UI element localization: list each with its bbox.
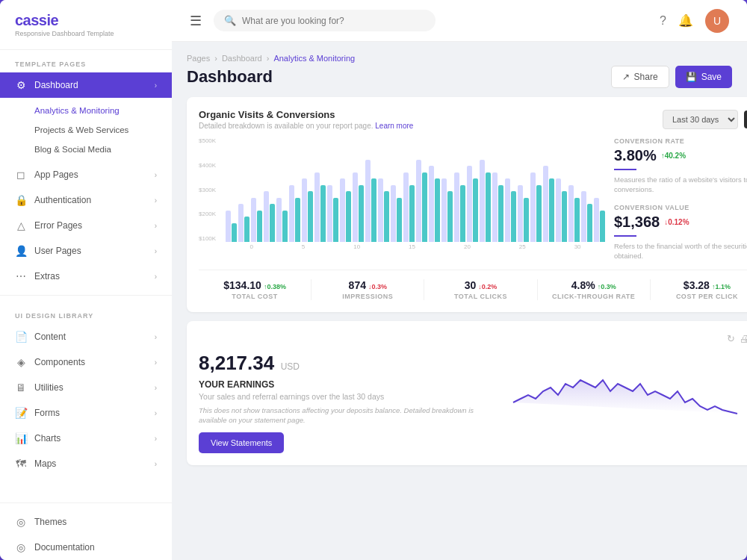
sidebar-item-forms[interactable]: 📝 Forms ›: [0, 400, 172, 426]
page-header-section: Pages › Dashboard › Analytics & Monitori…: [187, 54, 732, 88]
bar-fg: [371, 178, 376, 242]
bar-bg: [226, 211, 231, 242]
search-icon: 🔍: [224, 15, 236, 26]
sidebar-item-maps[interactable]: 🗺 Maps ›: [0, 451, 172, 476]
bar-fg: [308, 191, 313, 242]
breadcrumb-analytics[interactable]: Analytics & Monitoring: [273, 54, 355, 63]
view-statements-button[interactable]: View Statements: [199, 432, 284, 453]
sidebar-item-label: Content: [34, 332, 66, 342]
dashboard-grid: Organic Visits & Conversions Detailed br…: [187, 97, 732, 501]
error-icon: △: [15, 220, 27, 231]
bar-bg: [238, 204, 244, 242]
bar-bg: [416, 160, 421, 242]
sidebar-item-label: Authentication: [34, 195, 91, 205]
breadcrumb: Pages › Dashboard › Analytics & Monitori…: [187, 54, 732, 63]
sidebar-divider-2: [0, 503, 172, 503]
bar-bg: [302, 178, 307, 242]
stat-value: 874↓0.3%: [317, 279, 418, 291]
date-selector: Last 30 days Last 7 days Last 90 days ⬇: [663, 110, 747, 129]
earnings-svg: [487, 358, 747, 417]
bar-bg: [467, 166, 472, 242]
bar-bg: [480, 160, 485, 242]
sidebar-item-user-pages[interactable]: 👤 User Pages ›: [0, 238, 172, 264]
dashboard-icon: ⚙: [15, 79, 27, 91]
sidebar-item-app-pages[interactable]: ◻ App Pages ›: [0, 162, 172, 187]
chevron-icon: ›: [155, 196, 157, 205]
sidebar: cassie Responsive Dashboard Template TEM…: [0, 0, 172, 560]
earnings-card-header: ↻ 🖨 ⋯: [199, 333, 747, 344]
search-input[interactable]: [242, 16, 425, 26]
bar-group: [264, 191, 275, 242]
sidebar-item-themes[interactable]: ◎ Themes: [0, 509, 172, 535]
conversion-value-desc: Refers to the financial worth of the sec…: [614, 241, 747, 261]
sidebar-item-dashboard[interactable]: ⚙ Dashboard ›: [0, 72, 172, 98]
hamburger-button[interactable]: ☰: [190, 13, 202, 29]
date-range-select[interactable]: Last 30 days Last 7 days Last 90 days: [663, 110, 738, 129]
breadcrumb-pages: Pages: [187, 54, 210, 63]
avatar[interactable]: U: [705, 9, 729, 33]
bar-group: [327, 185, 338, 242]
sidebar-item-content[interactable]: 📄 Content ›: [0, 324, 172, 349]
download-button[interactable]: ⬇: [744, 111, 747, 128]
chevron-icon: ›: [155, 333, 157, 341]
chevron-icon: ›: [155, 222, 157, 230]
chevron-icon: ›: [155, 81, 157, 90]
bar-group: [314, 172, 326, 242]
sidebar-sub-blog[interactable]: Blog & Social Media: [0, 140, 172, 159]
bar-group: [581, 191, 592, 242]
help-icon[interactable]: ?: [660, 14, 666, 28]
sidebar-item-label: Forms: [34, 408, 60, 418]
bar-group: [391, 185, 402, 242]
stat-item: 30↓0.2% TOTAL CLICKS: [424, 279, 537, 300]
print-icon[interactable]: 🖨: [740, 333, 747, 344]
bar-group: [505, 178, 516, 242]
bar-fg: [232, 223, 237, 242]
bar-fg: [282, 211, 288, 242]
stat-change: ↓0.2%: [478, 283, 497, 290]
bar-bg: [492, 172, 498, 242]
content-icon: 📄: [15, 331, 27, 343]
bar-fg: [435, 178, 440, 242]
sidebar-item-extras[interactable]: ⋯ Extras ›: [0, 264, 172, 289]
bar-fg: [473, 178, 478, 242]
bar-fg: [549, 178, 554, 242]
maps-icon: 🗺: [15, 458, 27, 470]
docs-icon: ◎: [15, 541, 27, 553]
chevron-icon: ›: [155, 273, 157, 281]
save-button[interactable]: 💾 Save: [675, 66, 732, 88]
sidebar-sub-analytics[interactable]: Analytics & Monitoring: [0, 101, 172, 120]
chevron-icon: ›: [155, 384, 157, 392]
bar-bg: [505, 178, 510, 242]
metrics-area: CONVERSION RATE 3.80% ↑40.2% Measures th…: [614, 137, 747, 270]
bar-fg: [562, 191, 567, 242]
bar-bg: [556, 178, 561, 242]
bar-bg: [581, 191, 586, 242]
page-title: Dashboard: [187, 67, 273, 87]
sidebar-item-charts[interactable]: 📊 Charts ›: [0, 426, 172, 451]
auth-icon: 🔒: [15, 194, 27, 206]
sidebar-item-components[interactable]: ◈ Components ›: [0, 349, 172, 375]
bar-fg: [346, 191, 351, 242]
earnings-note: This does not show transactions affectin…: [199, 405, 475, 426]
stat-label: CLICK-THROUGH RATE: [544, 293, 644, 300]
sidebar-sub-projects[interactable]: Projects & Web Services: [0, 120, 172, 140]
refresh-icon[interactable]: ↻: [727, 333, 735, 344]
learn-more-link[interactable]: Learn more: [375, 122, 413, 130]
bar-bg: [530, 172, 536, 242]
earnings-card-actions: ↻ 🖨 ⋯: [727, 333, 747, 344]
sidebar-item-utilities[interactable]: 🖥 Utilities ›: [0, 375, 172, 400]
bar-bg: [518, 185, 523, 242]
user-icon: 👤: [15, 245, 27, 257]
sidebar-item-error-pages[interactable]: △ Error Pages ›: [0, 213, 172, 238]
share-button[interactable]: ↗ Share: [611, 66, 669, 88]
bar-group: [518, 185, 529, 242]
content-area: Pages › Dashboard › Analytics & Monitori…: [172, 42, 747, 560]
bar-group: [365, 160, 376, 242]
components-icon: ◈: [15, 356, 27, 368]
sidebar-item-authentication[interactable]: 🔒 Authentication ›: [0, 187, 172, 213]
bell-icon[interactable]: 🔔: [678, 13, 693, 28]
stat-value: 30↓0.2%: [430, 279, 530, 291]
metric-separator-2: [614, 235, 636, 237]
conversion-value-metric: CONVERSION VALUE $1,368 ↓0.12% Refers to…: [614, 204, 747, 261]
sidebar-item-documentation[interactable]: ◎ Documentation: [0, 535, 172, 560]
